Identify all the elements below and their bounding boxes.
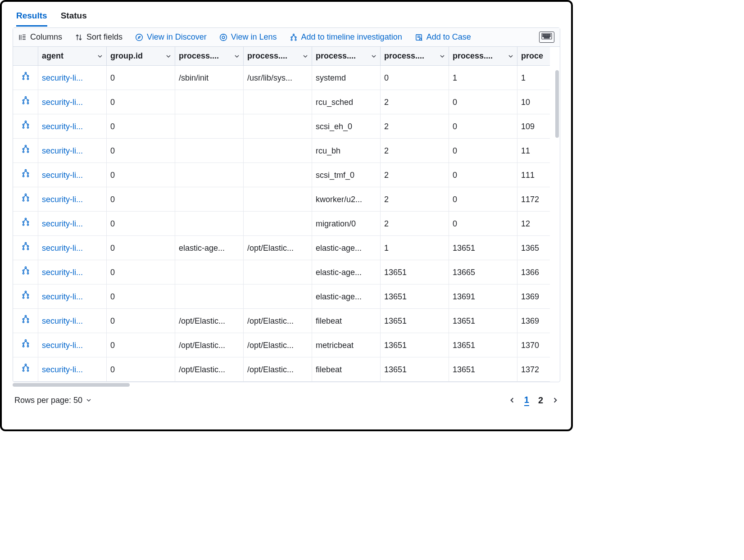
column-header-label: process....: [179, 51, 219, 61]
cell-group-id: 0: [107, 309, 175, 333]
pagination-page-1[interactable]: 1: [524, 395, 529, 406]
column-header-process-3[interactable]: process....: [175, 47, 244, 66]
cell-process-5: elastic-age...: [312, 260, 381, 285]
view-in-lens-link[interactable]: View in Lens: [219, 32, 277, 42]
row-analyze-button[interactable]: [13, 114, 38, 139]
svg-point-124: [27, 297, 28, 298]
svg-point-93: [25, 218, 26, 220]
column-header-agent[interactable]: agent: [38, 47, 107, 66]
svg-point-141: [23, 346, 24, 347]
cell-agent[interactable]: security-li...: [38, 309, 107, 333]
cell-agent[interactable]: security-li...: [38, 357, 107, 382]
vertical-scrollbar-thumb[interactable]: [555, 70, 559, 138]
svg-point-122: [27, 294, 28, 295]
svg-point-115: [27, 273, 28, 274]
pagination-prev-button[interactable]: [509, 395, 515, 406]
cell-process-3: [175, 139, 244, 163]
cell-process-7: 0: [449, 187, 517, 212]
cell-process-3: [175, 212, 244, 236]
svg-point-97: [27, 224, 28, 226]
svg-point-151: [27, 370, 28, 371]
sort-fields-button[interactable]: Sort fields: [75, 32, 122, 42]
add-to-case-link[interactable]: Add to Case: [415, 32, 471, 42]
svg-rect-38: [544, 37, 549, 38]
row-analyze-button[interactable]: [13, 285, 38, 309]
cell-agent[interactable]: security-li...: [38, 66, 107, 90]
column-header-process-4[interactable]: process....: [244, 47, 312, 66]
keyboard-shortcuts-button[interactable]: [539, 32, 554, 43]
svg-line-62: [24, 122, 26, 124]
svg-point-76: [23, 172, 24, 174]
tab-results[interactable]: Results: [16, 9, 47, 27]
cell-agent[interactable]: security-li...: [38, 333, 107, 357]
tab-status[interactable]: Status: [61, 9, 87, 27]
svg-point-7: [220, 34, 227, 41]
row-analyze-button[interactable]: [13, 90, 38, 114]
svg-point-95: [27, 221, 28, 222]
svg-point-52: [27, 103, 28, 104]
analyze-icon: [21, 292, 30, 301]
lens-icon: [219, 33, 227, 41]
cell-process-8: 111: [517, 163, 550, 187]
cell-process-4: /opt/Elastic...: [244, 309, 312, 333]
view-in-discover-link[interactable]: View in Discover: [135, 32, 207, 42]
cell-agent[interactable]: security-li...: [38, 260, 107, 285]
cell-group-id: 0: [107, 163, 175, 187]
rows-per-page-button[interactable]: Rows per page: 50: [14, 396, 91, 405]
vertical-scrollbar[interactable]: [555, 70, 559, 378]
column-header-label: process....: [316, 51, 356, 61]
cell-agent[interactable]: security-li...: [38, 187, 107, 212]
row-analyze-button[interactable]: [13, 66, 38, 90]
cell-process-6: 13651: [381, 285, 449, 309]
cell-agent[interactable]: security-li...: [38, 236, 107, 260]
cell-process-5: elastic-age...: [312, 236, 381, 260]
cell-agent[interactable]: security-li...: [38, 139, 107, 163]
row-analyze-button[interactable]: [13, 333, 38, 357]
row-analyze-button[interactable]: [13, 187, 38, 212]
row-analyze-button[interactable]: [13, 260, 38, 285]
svg-point-114: [23, 273, 24, 274]
pagination-page-2[interactable]: 2: [538, 395, 543, 406]
row-analyze-button[interactable]: [13, 236, 38, 260]
cell-process-6: 1: [381, 236, 449, 260]
svg-point-50: [27, 99, 28, 101]
analyze-icon: [21, 268, 30, 277]
data-grid: agent group.id process.... process.... p…: [13, 47, 560, 382]
svg-point-51: [23, 103, 24, 104]
row-analyze-button[interactable]: [13, 163, 38, 187]
cell-process-6: 13651: [381, 260, 449, 285]
svg-point-8: [222, 36, 225, 39]
cell-agent[interactable]: security-li...: [38, 163, 107, 187]
cell-agent[interactable]: security-li...: [38, 90, 107, 114]
row-analyze-button[interactable]: [13, 212, 38, 236]
cell-process-6: 2: [381, 187, 449, 212]
column-header-process-5[interactable]: process....: [312, 47, 381, 66]
column-header-process-8[interactable]: proce: [517, 47, 550, 66]
cell-process-6: 2: [381, 114, 449, 139]
svg-point-42: [23, 78, 24, 80]
keyboard-icon: [541, 33, 552, 41]
horizontal-scrollbar[interactable]: [13, 383, 560, 388]
horizontal-scrollbar-thumb[interactable]: [13, 383, 130, 387]
cell-agent[interactable]: security-li...: [38, 285, 107, 309]
cell-process-6: 13651: [381, 309, 449, 333]
svg-point-139: [23, 343, 24, 344]
column-header-process-7[interactable]: process....: [449, 47, 517, 66]
add-to-timeline-link[interactable]: Add to timeline investigation: [290, 32, 402, 42]
pagination-next-button[interactable]: [552, 395, 558, 406]
cell-process-3: /opt/Elastic...: [175, 309, 244, 333]
svg-point-67: [23, 148, 24, 149]
row-analyze-button[interactable]: [13, 139, 38, 163]
columns-button[interactable]: Columns: [18, 32, 62, 42]
svg-point-78: [23, 176, 24, 177]
column-header-group-id[interactable]: group.id: [107, 47, 175, 66]
cell-agent[interactable]: security-li...: [38, 212, 107, 236]
svg-point-60: [23, 127, 24, 128]
svg-point-87: [23, 200, 24, 201]
row-analyze-button[interactable]: [13, 357, 38, 382]
svg-point-61: [27, 127, 28, 128]
cell-process-4: /opt/Elastic...: [244, 333, 312, 357]
row-analyze-button[interactable]: [13, 309, 38, 333]
cell-agent[interactable]: security-li...: [38, 114, 107, 139]
column-header-process-6[interactable]: process....: [381, 47, 449, 66]
